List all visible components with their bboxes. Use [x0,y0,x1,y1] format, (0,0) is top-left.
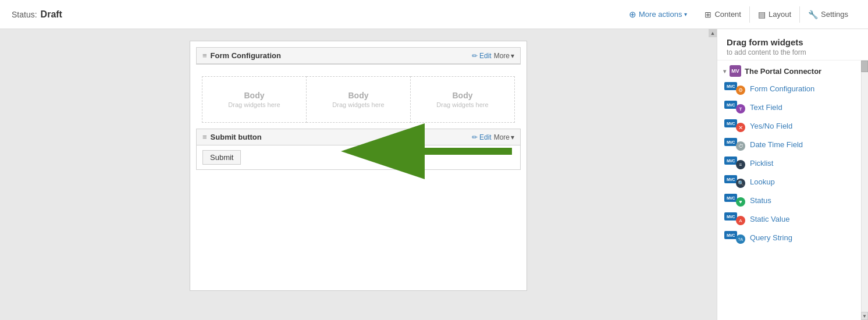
tab-layout-label: Layout [769,10,791,19]
picklist-sub-icon: ≡ [736,160,745,169]
list-item[interactable]: MVC ♥ Status [721,191,852,209]
canvas-area: ▲ ≡ Form Configuration ✏ Edit Mo [0,29,717,320]
submit-more-caret: ▾ [511,133,514,141]
form-config-header: ≡ Form Configuration ✏ Edit More ▾ [197,48,520,64]
list-item[interactable]: MVC ?A Query String [721,228,852,247]
tab-settings-label: Settings [821,10,848,19]
datetime-sub-icon: ⏱ [736,141,745,151]
submit-pencil-icon: ✏ [472,133,478,141]
submit-button[interactable]: Submit [202,150,241,165]
body-col-2-title: Body [348,91,369,100]
lookup-sub-icon: 🔍 [736,179,745,188]
picklist-label: Picklist [750,159,773,168]
body-col-3[interactable]: Body Drag widgets here [411,76,515,123]
form-config-edit-btn[interactable]: ✏ Edit [472,52,492,60]
body-col-1[interactable]: Body Drag widgets here [202,76,307,123]
query-icon: MVC ?A [724,231,745,244]
submit-title: Submit button [211,133,262,141]
status-section: Status: Draft [12,9,62,20]
submit-edit-btn[interactable]: ✏ Edit [472,133,492,141]
view-tabs: ⊞ Content ▤ Layout 🔧 Settings [696,6,856,23]
submit-header: ≡ Submit button ✏ Edit More ▾ [197,129,520,145]
category-caret-icon: ▾ [723,68,726,74]
datetime-icon: MVC ⏱ [724,138,745,151]
body-col-1-subtitle: Drag widgets here [228,101,280,108]
list-item[interactable]: MVC ⚙ Form Configuration [721,79,852,98]
tab-settings[interactable]: 🔧 Settings [799,6,856,23]
widget-sidebar: ◀ Drag form widgets to add content to th… [717,29,868,320]
list-item[interactable]: MVC 🔍 Lookup [721,172,852,191]
sidebar-drag-title: Drag form widgets [727,37,859,47]
mvc-badge: MVC [724,157,737,165]
mvc-badge: MVC [724,101,737,109]
body-col-2-subtitle: Drag widgets here [332,101,384,108]
sidebar-scrollbar: ▲ ▼ [861,61,868,320]
form-config-actions: ✏ Edit More ▾ [472,52,514,60]
body-columns: Body Drag widgets here Body Drag widgets… [196,70,521,129]
status-sub-icon: ♥ [736,197,745,207]
top-bar: Status: Draft ⊕ More actions ▾ ⊞ Content… [0,0,868,29]
form-config-more-label: More [494,52,510,60]
submit-actions: ✏ Edit More ▾ [472,133,514,141]
sidebar-scroll-thumb[interactable] [861,61,868,72]
main-layout: ▲ ≡ Form Configuration ✏ Edit Mo [0,29,868,320]
category-header[interactable]: ▾ MV The Portal Connector [721,61,852,79]
submit-more-label: More [494,133,510,141]
mvc-badge: MVC [724,212,737,221]
mvc-badge: MVC [724,175,737,183]
hamburger-icon: ≡ [202,51,207,60]
status-value: Draft [41,9,62,20]
settings-icon: 🔧 [808,10,818,19]
body-col-3-subtitle: Drag widgets here [436,101,488,108]
layout-icon: ▤ [758,10,766,19]
form-config-edit-label: Edit [479,52,492,60]
tab-layout[interactable]: ▤ Layout [749,6,799,23]
sidebar-scroll-area: ▲ ▼ ▾ MV The Portal Connector MVC ⚙ Form… [717,61,868,320]
form-canvas: ≡ Form Configuration ✏ Edit More ▾ [190,41,527,291]
form-config-widget: ≡ Form Configuration ✏ Edit More ▾ [196,47,521,65]
mvc-badge: MVC [724,231,737,239]
content-icon: ⊞ [705,10,712,19]
list-item[interactable]: MVC A Static Value [721,209,852,228]
submit-widget: ≡ Submit button ✏ Edit More ▾ [196,129,521,170]
status-icon: MVC ♥ [724,194,745,207]
lookup-label: Lookup [750,177,775,186]
sidebar-drag-subtitle: to add content to the form [727,48,859,56]
sidebar-header: Drag form widgets to add content to the … [717,29,868,61]
list-item[interactable]: MVC ⏱ Date Time Field [721,135,852,154]
more-caret-icon: ▾ [511,52,514,60]
submit-edit-label: Edit [479,133,492,141]
list-item[interactable]: MVC T Text Field [721,98,852,116]
plus-icon: ⊕ [629,9,636,20]
more-actions-label: More actions [639,10,682,19]
list-item[interactable]: MVC ✕ Yes/No Field [721,116,852,135]
category-icon: MV [730,65,741,77]
form-config-sub-icon: ⚙ [736,86,745,95]
submit-button-label: Submit [210,153,233,162]
tab-content-label: Content [714,10,741,19]
form-config-more-btn[interactable]: More ▾ [494,52,514,60]
body-col-1-title: Body [244,91,265,100]
portal-connector-category: ▾ MV The Portal Connector MVC ⚙ Form Con… [717,61,868,247]
canvas-scroll-up[interactable]: ▲ [709,29,717,37]
text-field-label: Text Field [750,103,782,112]
status-label: Status [750,196,771,205]
more-actions-button[interactable]: ⊕ More actions ▾ [629,9,687,20]
submit-more-btn[interactable]: More ▾ [494,133,514,141]
status-label: Status: [12,10,37,19]
sidebar-scroll-down[interactable]: ▼ [861,312,868,320]
yes-no-icon: MVC ✕ [724,119,745,132]
submit-title-area: ≡ Submit button [202,133,262,141]
body-col-2[interactable]: Body Drag widgets here [307,76,411,123]
list-item[interactable]: MVC ≡ Picklist [721,154,852,172]
yes-no-sub-icon: ✕ [736,123,745,132]
submit-area: Submit [197,145,520,169]
pencil-icon: ✏ [472,52,478,60]
yes-no-label: Yes/No Field [750,122,792,130]
tab-content[interactable]: ⊞ Content [696,6,749,23]
mvc-badge: MVC [724,138,737,146]
query-sub-icon: ?A [736,234,745,244]
mvc-badge: MVC [724,82,737,90]
picklist-icon: MVC ≡ [724,157,745,169]
mvc-badge: MVC [724,194,737,202]
